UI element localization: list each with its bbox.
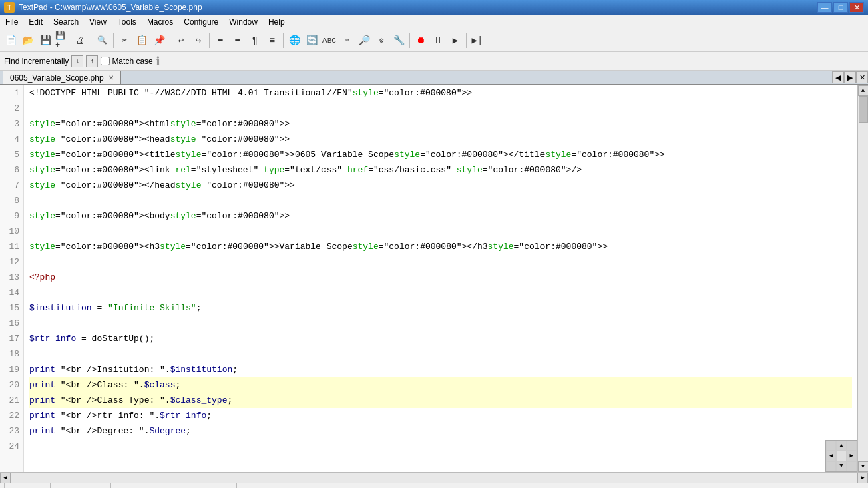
close-button[interactable]: ✕ <box>849 2 864 13</box>
scroll-down-button[interactable]: ▼ <box>858 461 869 472</box>
tool6[interactable]: ⚙ <box>373 33 389 49</box>
line-number: 14 <box>4 285 19 300</box>
align-button[interactable]: ≡ <box>264 33 280 49</box>
tool7[interactable]: 🔧 <box>391 33 407 49</box>
code-line: print "<br />Class: ".$class; <box>29 377 852 393</box>
tab-label: 0605_Variable_Scope.php <box>10 73 104 83</box>
file-tab[interactable]: 0605_Variable_Scope.php ✕ <box>3 71 121 84</box>
code-line: $rtr_info = doStartUp(); <box>29 331 852 346</box>
globe-button[interactable]: 🌐 <box>286 33 302 49</box>
nav-nw[interactable] <box>826 441 836 451</box>
refresh-button[interactable]: 🔄 <box>304 33 320 49</box>
vertical-scrollbar[interactable]: ▲ ▼ <box>857 85 868 472</box>
hscroll-right-button[interactable]: ▶ <box>857 473 868 483</box>
code-line <box>29 193 852 208</box>
redo-button[interactable]: ↪ <box>190 33 206 49</box>
hscroll-track[interactable] <box>11 473 857 483</box>
line-number: 20 <box>4 377 19 393</box>
indent-button[interactable]: ⬅ <box>212 33 228 49</box>
code-line: style="color:#000080"><link rel="stylesh… <box>29 162 852 178</box>
sep7 <box>466 33 467 48</box>
new-button[interactable]: 📄 <box>3 33 19 49</box>
code-line: print "<br />rtr_info: ".$rtr_info; <box>29 408 852 423</box>
unindent-button[interactable]: ➡ <box>230 33 246 49</box>
tab-close-button[interactable]: ✕ <box>108 74 114 81</box>
line-number: 21 <box>4 393 19 408</box>
save-button[interactable]: 💾 <box>37 33 53 49</box>
line-number: 8 <box>4 193 19 208</box>
cut-button[interactable]: ✂ <box>116 33 132 49</box>
code-line <box>29 254 852 270</box>
minimize-button[interactable]: — <box>817 2 832 13</box>
find-up-button[interactable]: ↑ <box>86 55 98 67</box>
nav-e[interactable]: ▶ <box>847 451 857 461</box>
find-button[interactable]: 🔍 <box>94 33 110 49</box>
menu-edit[interactable]: Edit <box>23 15 48 29</box>
tool3[interactable]: ABC <box>321 33 337 49</box>
nav-w[interactable]: ◀ <box>826 451 836 461</box>
tab-bar: 0605_Variable_Scope.php ✕ ◀ ▶ ✕ <box>0 71 868 85</box>
code-line: <!DOCTYPE HTML PUBLIC "-//W3C//DTD HTML … <box>29 85 852 101</box>
menu-view[interactable]: View <box>84 15 112 29</box>
play-button[interactable]: ▶ <box>447 33 463 49</box>
menu-file[interactable]: File <box>0 15 23 29</box>
stop-button[interactable]: ⏸ <box>430 33 446 49</box>
menu-tools[interactable]: Tools <box>112 15 142 29</box>
menu-search[interactable]: Search <box>48 15 84 29</box>
match-case-label: Match case <box>112 57 152 66</box>
line-number: 1 <box>4 85 19 101</box>
line-number: 4 <box>4 132 19 147</box>
tab-close-all-button[interactable]: ✕ <box>856 71 868 83</box>
sep3 <box>170 33 170 48</box>
open-button[interactable]: 📂 <box>20 33 36 49</box>
tab-left-button[interactable]: ◀ <box>832 71 844 83</box>
code-line: style="color:#000080"><headstyle="color:… <box>29 132 852 147</box>
line-number: 5 <box>4 147 19 162</box>
hscroll-left-button[interactable]: ◀ <box>0 473 11 483</box>
undo-button[interactable]: ↩ <box>173 33 189 49</box>
paste-button[interactable]: 📌 <box>151 33 167 49</box>
code-line: print "<br />Class Type: ".$class_type; <box>29 393 852 408</box>
extra-button[interactable]: ▶| <box>469 33 485 49</box>
menu-configure[interactable]: Configure <box>178 15 224 29</box>
line-number: 6 <box>4 162 19 178</box>
menu-bar: File Edit Search View Tools Macros Confi… <box>0 15 868 29</box>
code-area[interactable]: <!DOCTYPE HTML PUBLIC "-//W3C//DTD HTML … <box>24 85 857 472</box>
sep5 <box>283 33 284 48</box>
menu-help[interactable]: Help <box>263 15 290 29</box>
menu-window[interactable]: Window <box>224 15 263 29</box>
sep6 <box>409 33 410 48</box>
nav-ne[interactable] <box>847 441 857 451</box>
sep4 <box>209 33 210 48</box>
find-down-button[interactable]: ↓ <box>71 55 83 67</box>
code-line: style="color:#000080"></headstyle="color… <box>29 178 852 193</box>
tab-right-button[interactable]: ▶ <box>844 71 856 83</box>
record-button[interactable]: ⏺ <box>413 33 429 49</box>
find-bar: Find incrementally ↓ ↑ Match case ℹ <box>0 52 868 71</box>
print-button[interactable]: 🖨 <box>72 33 88 49</box>
line-number: 13 <box>4 270 19 285</box>
nav-se[interactable] <box>847 461 857 471</box>
code-line: print "<br />Degree: ".$degree; <box>29 423 852 439</box>
title-bar: T TextPad - C:\wamp\www\0605_Variable_Sc… <box>0 0 868 15</box>
nav-s[interactable]: ▼ <box>836 461 846 471</box>
tool5[interactable]: 🔎 <box>356 33 372 49</box>
code-line: $institution = "Infinite Skills"; <box>29 300 852 316</box>
scroll-track[interactable] <box>858 96 868 461</box>
nav-sw[interactable] <box>826 461 836 471</box>
nav-n[interactable]: ▲ <box>836 441 846 451</box>
save-all-button[interactable]: 💾+ <box>55 33 71 49</box>
scroll-thumb[interactable] <box>859 96 868 123</box>
status-line: 20 <box>4 483 27 488</box>
match-case-checkbox[interactable] <box>101 57 110 65</box>
maximize-button[interactable]: □ <box>833 2 848 13</box>
copy-button[interactable]: 📋 <box>134 33 150 49</box>
code-line: style="color:#000080"><titlestyle="color… <box>29 147 852 162</box>
line-number: 18 <box>4 346 19 362</box>
menu-macros[interactable]: Macros <box>142 15 178 29</box>
status-ovr: Ovr <box>83 483 110 488</box>
code-content: <!DOCTYPE HTML PUBLIC "-//W3C//DTD HTML … <box>24 85 857 454</box>
tool4[interactable]: ⌨ <box>339 33 355 49</box>
paragraph-button[interactable]: ¶ <box>247 33 263 49</box>
scroll-up-button[interactable]: ▲ <box>858 85 869 96</box>
